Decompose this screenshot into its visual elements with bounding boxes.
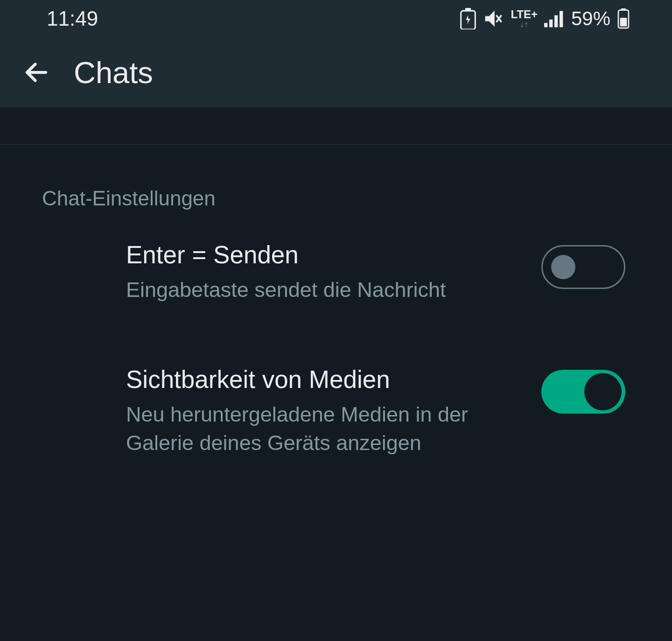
network-type: LTE+ ↓↑ xyxy=(511,9,538,28)
battery-saver-icon xyxy=(459,8,477,29)
mute-icon xyxy=(483,8,504,29)
setting-title: Sichtbarkeit von Medien xyxy=(126,365,518,394)
toggle-media-visibility[interactable] xyxy=(541,370,625,414)
svg-rect-5 xyxy=(560,11,563,28)
setting-text: Sichtbarkeit von Medien Neu heruntergela… xyxy=(126,365,541,458)
battery-icon xyxy=(617,8,630,29)
svg-rect-3 xyxy=(549,20,553,27)
battery-percent: 59% xyxy=(571,7,610,30)
toggle-knob xyxy=(584,373,622,410)
svg-rect-2 xyxy=(544,23,547,27)
setting-enter-send[interactable]: Enter = Senden Eingabetaste sendet die N… xyxy=(42,240,630,304)
section-header: Chat-Einstellungen xyxy=(42,187,630,210)
svg-rect-1 xyxy=(465,8,471,11)
app-bar: Chats xyxy=(0,37,672,107)
svg-rect-8 xyxy=(620,18,627,26)
arrow-left-icon xyxy=(22,58,50,86)
back-button[interactable] xyxy=(22,58,50,86)
setting-title: Enter = Senden xyxy=(126,240,518,269)
setting-media-visibility[interactable]: Sichtbarkeit von Medien Neu heruntergela… xyxy=(42,365,630,458)
spacer xyxy=(0,107,672,145)
signal-icon xyxy=(544,10,565,28)
status-time: 11:49 xyxy=(47,7,98,30)
svg-rect-4 xyxy=(554,15,558,28)
setting-text: Enter = Senden Eingabetaste sendet die N… xyxy=(126,240,541,304)
setting-desc: Neu heruntergeladene Medien in der Galer… xyxy=(126,401,518,458)
setting-desc: Eingabetaste sendet die Nachricht xyxy=(126,276,518,304)
page-title: Chats xyxy=(74,55,153,90)
status-bar: 11:49 LTE+ ↓↑ 59% xyxy=(0,0,672,37)
status-icons: LTE+ ↓↑ 59% xyxy=(459,7,630,30)
toggle-enter-send[interactable] xyxy=(541,245,625,289)
content: Chat-Einstellungen Enter = Senden Eingab… xyxy=(0,145,672,457)
toggle-knob xyxy=(551,255,575,279)
